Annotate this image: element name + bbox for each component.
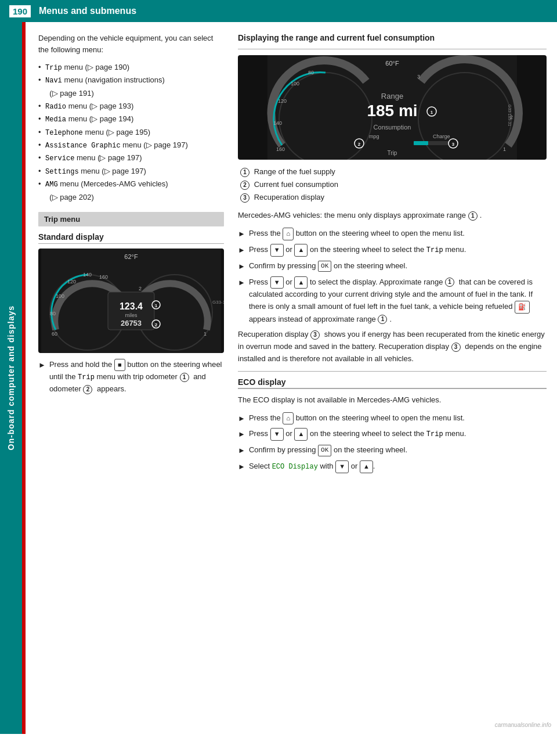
down-button-icon-2: ▼ [270, 276, 284, 289]
up-button-icon-2: ▲ [294, 276, 308, 289]
svg-text:140: 140 [273, 120, 282, 126]
list-item: Assistance Graphic menu (▷ page 197) [38, 139, 224, 152]
svg-text:185 mi: 185 mi [367, 102, 417, 120]
list-item: Settings menu (▷ page 197) [38, 165, 224, 178]
svg-text:G33-189-31: G33-189-31 [508, 105, 512, 126]
svg-text:26753: 26753 [121, 319, 142, 327]
home-button-icon: ⌂ [283, 228, 294, 240]
list-item: Trip menu (▷ page 190) [38, 61, 224, 74]
eco-arrow-3: ► Confirm by pressing OK on the steering… [238, 444, 547, 457]
eco-arrow-1: ► Press the ⌂ button on the steering whe… [238, 412, 547, 425]
svg-text:120: 120 [278, 98, 287, 104]
svg-text:123.4: 123.4 [120, 301, 143, 311]
svg-text:160: 160 [276, 146, 285, 152]
arrow-bullet-1: ► Press and hold the ■ button on the ste… [38, 359, 224, 396]
left-dashboard-image: 62°F 60 80 100 120 140 160 2 [38, 249, 224, 353]
list-item: Telephone menu (▷ page 195) [38, 126, 224, 139]
content-area: Depending on the vehicle equipment, you … [30, 22, 557, 487]
arrow-icon: ► [238, 277, 245, 289]
svg-text:3: 3 [417, 74, 420, 80]
svg-text:miles: miles [125, 312, 138, 318]
arrow-bullet-r1: ► Press the ⌂ button on the steering whe… [238, 228, 547, 240]
svg-text:100: 100 [56, 293, 64, 299]
svg-text:Range: Range [381, 92, 403, 100]
svg-text:62°F: 62°F [124, 253, 138, 260]
down-button-eco: ▼ [270, 428, 284, 441]
eco-heading: ECO display [238, 377, 547, 389]
arrow-bullet-r4: ► Press ▼ or ▲ to select the display. Ap… [238, 276, 547, 326]
arrow-icon: ► [238, 228, 245, 240]
fuel-icon: ⛽ [515, 301, 530, 314]
arrow-bullet-r2: ► Press ▼ or ▲ on the steering wheel to … [238, 244, 547, 257]
list-item: Radio menu (▷ page 193) [38, 100, 224, 113]
right-heading: Displaying the range and current fuel co… [238, 33, 547, 43]
trip-menu-box: Trip menu [38, 212, 224, 226]
ok-button-eco: OK [318, 445, 331, 456]
eco-instruction-block: ► Press the ⌂ button on the steering whe… [238, 412, 547, 473]
arrow-icon: ► [238, 429, 245, 441]
arrow-icon: ► [238, 244, 245, 257]
arrow-icon: ► [238, 445, 245, 457]
legend-item-1: 1 Range of the fuel supply [238, 165, 547, 178]
right-dashboard-image: 60°F 160 140 120 100 80 3 1 [238, 55, 547, 160]
ok-button: OK [318, 261, 331, 272]
up-button-eco-2: ▲ [360, 460, 373, 473]
eco-arrow-2: ► Press ▼ or ▲ on the steering wheel to … [238, 428, 547, 441]
svg-text:120: 120 [67, 279, 76, 285]
svg-text:Charge: Charge [433, 134, 450, 139]
arrow-icon: ► [238, 413, 245, 425]
arrow-bullet-r3: ► Confirm by pressing OK on the steering… [238, 260, 547, 273]
svg-text:2: 2 [155, 322, 158, 327]
eco-arrow-4: ► Select ECO Display with ▼ or ▲. [238, 460, 547, 473]
svg-text:80: 80 [308, 70, 314, 75]
standard-display-heading: Standard display [38, 232, 224, 244]
arrow-icon: ► [38, 359, 46, 372]
list-item: Media menu (▷ page 194) [38, 113, 224, 125]
arrow-icon: ► [238, 461, 245, 473]
svg-text:3: 3 [452, 142, 455, 147]
svg-text:mpg: mpg [369, 134, 379, 139]
arrow-icon: ► [238, 261, 245, 273]
list-item: Navi menu (navigation instructions) (▷ p… [38, 74, 224, 99]
legend-item-2: 2 Current fuel consumption [238, 178, 547, 191]
svg-text:160: 160 [99, 274, 108, 280]
svg-text:Trip: Trip [388, 150, 397, 156]
legend-item-3: 3 Recuperation display [238, 191, 547, 204]
down-button-icon: ▼ [270, 244, 284, 257]
legend-list: 1 Range of the fuel supply 2 Current fue… [238, 165, 547, 204]
up-button-eco: ▲ [294, 428, 308, 441]
page-number: 190 [9, 5, 31, 17]
sidebar-label: On-board computer and displays [0, 22, 22, 734]
svg-text:60°F: 60°F [385, 60, 399, 67]
up-button-icon: ▲ [294, 244, 308, 257]
amg-note: Mercedes-AMG vehicles: the menu only dis… [238, 210, 547, 222]
svg-text:G33-189-31: G33-189-31 [212, 300, 224, 305]
svg-text:Consumption: Consumption [374, 124, 411, 131]
recuperation-text: Recuperation display 3 shows you if ener… [238, 329, 547, 365]
divider-3 [238, 388, 547, 388]
svg-text:1: 1 [503, 146, 506, 152]
svg-text:140: 140 [83, 272, 92, 278]
left-column: Depending on the vehicle equipment, you … [38, 33, 224, 477]
divider-2 [238, 371, 547, 372]
menu-button-icon: ■ [114, 359, 125, 372]
right-instruction-block: ► Press the ⌂ button on the steering whe… [238, 228, 547, 325]
eco-body: The ECO display is not available in Merc… [238, 394, 547, 406]
menu-list: Trip menu (▷ page 190) Navi menu (naviga… [38, 61, 224, 204]
header-title: Menus and submenus [39, 6, 136, 16]
watermark: carmanualsonline.info [495, 722, 551, 728]
header-bar: 190 Menus and submenus [0, 0, 557, 22]
home-button-eco: ⌂ [283, 412, 294, 425]
down-button-eco-2: ▼ [335, 460, 349, 473]
svg-text:60: 60 [52, 331, 57, 337]
svg-text:100: 100 [291, 81, 299, 87]
list-item: AMG menu (Mercedes-AMG vehicles) (▷ page… [38, 178, 224, 203]
svg-text:1: 1 [431, 110, 433, 115]
svg-text:1: 1 [204, 331, 207, 337]
left-instruction-block: ► Press and hold the ■ button on the ste… [38, 359, 224, 396]
page-wrapper: 190 Menus and submenus On-board computer… [0, 0, 557, 734]
divider-1 [238, 49, 547, 49]
menu-intro: Depending on the vehicle equipment, you … [38, 33, 224, 55]
svg-text:2: 2 [358, 142, 361, 147]
list-item: Service menu (▷ page 197) [38, 152, 224, 164]
